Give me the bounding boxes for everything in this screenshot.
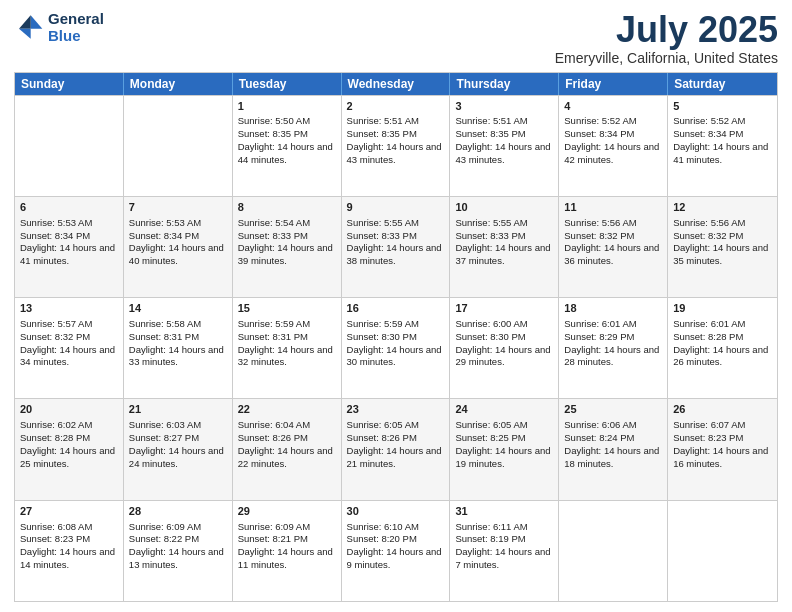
cal-cell-day-24: 24Sunrise: 6:05 AM Sunset: 8:25 PM Dayli… — [450, 399, 559, 499]
logo-icon — [14, 12, 44, 42]
sun-info: Sunrise: 6:08 AM Sunset: 8:23 PM Dayligh… — [20, 521, 118, 572]
cal-cell-empty — [668, 501, 777, 601]
page: General Blue July 2025 Emeryville, Calif… — [0, 0, 792, 612]
day-number: 11 — [564, 200, 662, 215]
location: Emeryville, California, United States — [555, 50, 778, 66]
cal-cell-day-10: 10Sunrise: 5:55 AM Sunset: 8:33 PM Dayli… — [450, 197, 559, 297]
sun-info: Sunrise: 6:01 AM Sunset: 8:28 PM Dayligh… — [673, 318, 772, 369]
sun-info: Sunrise: 5:55 AM Sunset: 8:33 PM Dayligh… — [455, 217, 553, 268]
cal-cell-day-27: 27Sunrise: 6:08 AM Sunset: 8:23 PM Dayli… — [15, 501, 124, 601]
day-number: 18 — [564, 301, 662, 316]
sun-info: Sunrise: 5:53 AM Sunset: 8:34 PM Dayligh… — [129, 217, 227, 268]
cal-cell-day-6: 6Sunrise: 5:53 AM Sunset: 8:34 PM Daylig… — [15, 197, 124, 297]
cal-cell-day-22: 22Sunrise: 6:04 AM Sunset: 8:26 PM Dayli… — [233, 399, 342, 499]
header-day-saturday: Saturday — [668, 73, 777, 95]
header: General Blue July 2025 Emeryville, Calif… — [14, 10, 778, 66]
day-number: 4 — [564, 99, 662, 114]
day-number: 1 — [238, 99, 336, 114]
cal-cell-day-31: 31Sunrise: 6:11 AM Sunset: 8:19 PM Dayli… — [450, 501, 559, 601]
sun-info: Sunrise: 6:05 AM Sunset: 8:25 PM Dayligh… — [455, 419, 553, 470]
cal-cell-day-16: 16Sunrise: 5:59 AM Sunset: 8:30 PM Dayli… — [342, 298, 451, 398]
cal-cell-day-17: 17Sunrise: 6:00 AM Sunset: 8:30 PM Dayli… — [450, 298, 559, 398]
cal-cell-empty — [559, 501, 668, 601]
cal-cell-day-14: 14Sunrise: 5:58 AM Sunset: 8:31 PM Dayli… — [124, 298, 233, 398]
cal-cell-day-3: 3Sunrise: 5:51 AM Sunset: 8:35 PM Daylig… — [450, 96, 559, 196]
day-number: 10 — [455, 200, 553, 215]
sun-info: Sunrise: 5:53 AM Sunset: 8:34 PM Dayligh… — [20, 217, 118, 268]
day-number: 6 — [20, 200, 118, 215]
cal-cell-day-8: 8Sunrise: 5:54 AM Sunset: 8:33 PM Daylig… — [233, 197, 342, 297]
day-number: 5 — [673, 99, 772, 114]
cal-cell-day-19: 19Sunrise: 6:01 AM Sunset: 8:28 PM Dayli… — [668, 298, 777, 398]
cal-cell-day-29: 29Sunrise: 6:09 AM Sunset: 8:21 PM Dayli… — [233, 501, 342, 601]
day-number: 24 — [455, 402, 553, 417]
sun-info: Sunrise: 6:06 AM Sunset: 8:24 PM Dayligh… — [564, 419, 662, 470]
day-number: 9 — [347, 200, 445, 215]
sun-info: Sunrise: 5:59 AM Sunset: 8:30 PM Dayligh… — [347, 318, 445, 369]
cal-cell-day-13: 13Sunrise: 5:57 AM Sunset: 8:32 PM Dayli… — [15, 298, 124, 398]
cal-cell-day-20: 20Sunrise: 6:02 AM Sunset: 8:28 PM Dayli… — [15, 399, 124, 499]
sun-info: Sunrise: 6:00 AM Sunset: 8:30 PM Dayligh… — [455, 318, 553, 369]
cal-cell-day-5: 5Sunrise: 5:52 AM Sunset: 8:34 PM Daylig… — [668, 96, 777, 196]
calendar-row-3: 20Sunrise: 6:02 AM Sunset: 8:28 PM Dayli… — [15, 398, 777, 499]
sun-info: Sunrise: 5:54 AM Sunset: 8:33 PM Dayligh… — [238, 217, 336, 268]
sun-info: Sunrise: 6:10 AM Sunset: 8:20 PM Dayligh… — [347, 521, 445, 572]
sun-info: Sunrise: 5:57 AM Sunset: 8:32 PM Dayligh… — [20, 318, 118, 369]
cal-cell-day-28: 28Sunrise: 6:09 AM Sunset: 8:22 PM Dayli… — [124, 501, 233, 601]
day-number: 8 — [238, 200, 336, 215]
day-number: 16 — [347, 301, 445, 316]
day-number: 27 — [20, 504, 118, 519]
cal-cell-day-26: 26Sunrise: 6:07 AM Sunset: 8:23 PM Dayli… — [668, 399, 777, 499]
day-number: 12 — [673, 200, 772, 215]
sun-info: Sunrise: 5:52 AM Sunset: 8:34 PM Dayligh… — [564, 115, 662, 166]
calendar-row-2: 13Sunrise: 5:57 AM Sunset: 8:32 PM Dayli… — [15, 297, 777, 398]
sun-info: Sunrise: 5:56 AM Sunset: 8:32 PM Dayligh… — [673, 217, 772, 268]
cal-cell-day-12: 12Sunrise: 5:56 AM Sunset: 8:32 PM Dayli… — [668, 197, 777, 297]
day-number: 31 — [455, 504, 553, 519]
sun-info: Sunrise: 5:51 AM Sunset: 8:35 PM Dayligh… — [347, 115, 445, 166]
title-block: July 2025 Emeryville, California, United… — [555, 10, 778, 66]
day-number: 13 — [20, 301, 118, 316]
header-day-wednesday: Wednesday — [342, 73, 451, 95]
day-number: 17 — [455, 301, 553, 316]
cal-cell-day-18: 18Sunrise: 6:01 AM Sunset: 8:29 PM Dayli… — [559, 298, 668, 398]
cal-cell-day-15: 15Sunrise: 5:59 AM Sunset: 8:31 PM Dayli… — [233, 298, 342, 398]
cal-cell-day-11: 11Sunrise: 5:56 AM Sunset: 8:32 PM Dayli… — [559, 197, 668, 297]
day-number: 20 — [20, 402, 118, 417]
cal-cell-day-25: 25Sunrise: 6:06 AM Sunset: 8:24 PM Dayli… — [559, 399, 668, 499]
cal-cell-empty — [124, 96, 233, 196]
sun-info: Sunrise: 5:55 AM Sunset: 8:33 PM Dayligh… — [347, 217, 445, 268]
sun-info: Sunrise: 6:05 AM Sunset: 8:26 PM Dayligh… — [347, 419, 445, 470]
day-number: 2 — [347, 99, 445, 114]
sun-info: Sunrise: 6:04 AM Sunset: 8:26 PM Dayligh… — [238, 419, 336, 470]
header-day-friday: Friday — [559, 73, 668, 95]
calendar-body: 1Sunrise: 5:50 AM Sunset: 8:35 PM Daylig… — [15, 95, 777, 601]
sun-info: Sunrise: 6:07 AM Sunset: 8:23 PM Dayligh… — [673, 419, 772, 470]
day-number: 25 — [564, 402, 662, 417]
sun-info: Sunrise: 6:01 AM Sunset: 8:29 PM Dayligh… — [564, 318, 662, 369]
svg-marker-1 — [19, 15, 31, 28]
cal-cell-day-30: 30Sunrise: 6:10 AM Sunset: 8:20 PM Dayli… — [342, 501, 451, 601]
day-number: 19 — [673, 301, 772, 316]
cal-cell-day-1: 1Sunrise: 5:50 AM Sunset: 8:35 PM Daylig… — [233, 96, 342, 196]
sun-info: Sunrise: 5:52 AM Sunset: 8:34 PM Dayligh… — [673, 115, 772, 166]
month-title: July 2025 — [555, 10, 778, 50]
header-day-monday: Monday — [124, 73, 233, 95]
calendar-header: SundayMondayTuesdayWednesdayThursdayFrid… — [15, 73, 777, 95]
calendar-row-1: 6Sunrise: 5:53 AM Sunset: 8:34 PM Daylig… — [15, 196, 777, 297]
day-number: 14 — [129, 301, 227, 316]
sun-info: Sunrise: 6:11 AM Sunset: 8:19 PM Dayligh… — [455, 521, 553, 572]
day-number: 3 — [455, 99, 553, 114]
day-number: 30 — [347, 504, 445, 519]
day-number: 29 — [238, 504, 336, 519]
cal-cell-day-4: 4Sunrise: 5:52 AM Sunset: 8:34 PM Daylig… — [559, 96, 668, 196]
sun-info: Sunrise: 5:58 AM Sunset: 8:31 PM Dayligh… — [129, 318, 227, 369]
cal-cell-day-21: 21Sunrise: 6:03 AM Sunset: 8:27 PM Dayli… — [124, 399, 233, 499]
svg-marker-2 — [19, 29, 31, 39]
cal-cell-day-23: 23Sunrise: 6:05 AM Sunset: 8:26 PM Dayli… — [342, 399, 451, 499]
day-number: 23 — [347, 402, 445, 417]
header-day-tuesday: Tuesday — [233, 73, 342, 95]
sun-info: Sunrise: 5:56 AM Sunset: 8:32 PM Dayligh… — [564, 217, 662, 268]
calendar-row-4: 27Sunrise: 6:08 AM Sunset: 8:23 PM Dayli… — [15, 500, 777, 601]
header-day-sunday: Sunday — [15, 73, 124, 95]
